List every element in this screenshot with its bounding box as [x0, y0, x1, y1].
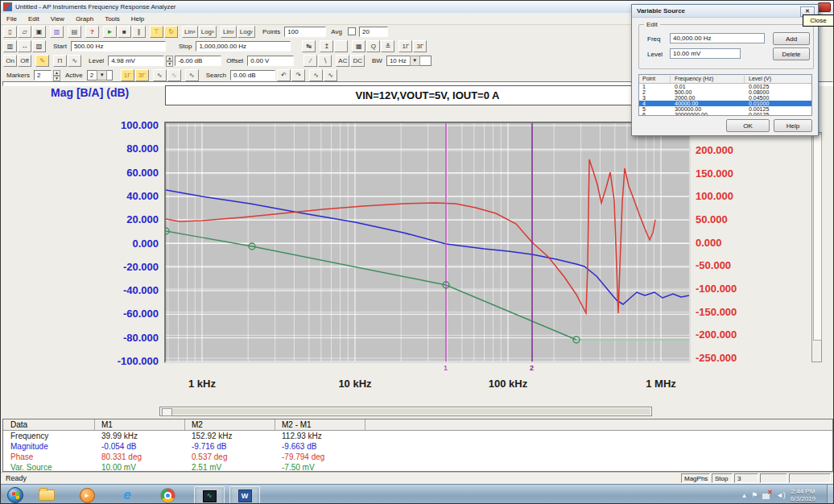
- left-tick-80.000: 80.000: [126, 143, 159, 155]
- data-grid-button[interactable]: ▦: [352, 40, 365, 52]
- taskbar-frequency-analyzer-button[interactable]: ∿: [194, 486, 225, 504]
- source-col-1: Frequency (Hz): [675, 76, 713, 81]
- x-axis-log-button[interactable]: Logx: [199, 26, 217, 38]
- marker-peak-button[interactable]: ∿: [185, 69, 199, 81]
- source-cell: 2000.00: [675, 95, 695, 101]
- taskbar-media-player-button[interactable]: ►: [78, 487, 96, 503]
- window-close-button[interactable]: [818, 2, 831, 12]
- taskbar-clock[interactable]: 2:44 PM6/3/2019: [791, 488, 815, 502]
- add-button[interactable]: Add: [773, 32, 810, 45]
- start-button[interactable]: [7, 487, 23, 503]
- save-button[interactable]: ▣: [32, 26, 46, 38]
- ramp-up-button[interactable]: ∕: [303, 55, 317, 67]
- search-right-button[interactable]: ↷: [291, 69, 305, 81]
- source-point-row-3[interactable]: 32000.000.04500: [639, 95, 811, 101]
- right-tick--100.000: -100.000: [696, 283, 737, 295]
- tray-hidden-icons-button[interactable]: ▴: [742, 491, 746, 499]
- hscroll-track[interactable]: [161, 408, 650, 415]
- search-field[interactable]: 0.00 dB: [230, 70, 275, 81]
- horizontal-scrollbar[interactable]: [159, 407, 652, 416]
- taskbar: ► e ∿ W ▴ ⚑ ✕ ◄) 2:44 PM6/3/2019: [1, 484, 833, 504]
- data-header-0: Data: [3, 419, 27, 430]
- taskbar-chrome-button[interactable]: [159, 487, 176, 503]
- word-icon: W: [238, 490, 252, 502]
- ramp-up-icon: ∕: [310, 57, 311, 64]
- right-tick-100.000: 100.000: [696, 190, 733, 202]
- ok-button[interactable]: OK: [726, 119, 770, 132]
- points-field[interactable]: 100: [284, 27, 326, 37]
- autoscale-button[interactable]: ≚: [381, 40, 394, 52]
- menu-edit[interactable]: Edit: [23, 15, 45, 23]
- dc-label: DC: [353, 57, 362, 64]
- left-tick-20.000: 20.000: [126, 213, 159, 225]
- new-button[interactable]: ▯: [3, 26, 17, 38]
- continuous-sweep-button[interactable]: ↻: [164, 26, 178, 38]
- variable-source-icon: ✎: [39, 57, 45, 64]
- display-mode-button[interactable]: ▥: [3, 40, 17, 52]
- source-point-row-6[interactable]: 630000000.000.00125: [639, 112, 811, 116]
- avg-checkbox[interactable]: [348, 27, 356, 35]
- menu-file[interactable]: File: [1, 15, 23, 23]
- ac-label: AC: [338, 57, 347, 64]
- vertical-scrollbar[interactable]: [811, 132, 822, 362]
- source-off-button[interactable]: Off: [18, 55, 31, 67]
- three-graph-button[interactable]: 3Γ: [413, 40, 427, 52]
- hscroll-thumb[interactable]: [162, 408, 172, 416]
- offset-field[interactable]: 0.00 V: [247, 56, 294, 66]
- source-point-row-4[interactable]: 440000.000.01000: [639, 101, 811, 106]
- level-db-field[interactable]: -6.00 dB: [175, 56, 221, 66]
- zoom-in-x-button[interactable]: [334, 40, 348, 52]
- help-button-dialog[interactable]: Help: [774, 119, 812, 132]
- marker-track-button[interactable]: ∿: [167, 69, 181, 81]
- spin-up-icon[interactable]: ▲: [166, 56, 173, 61]
- taskbar-word-button[interactable]: W: [229, 486, 260, 504]
- avg-field[interactable]: 20: [359, 27, 388, 37]
- left-tick--80.000: -80.000: [123, 332, 159, 344]
- search-min-button[interactable]: ∿: [309, 69, 323, 81]
- source-col-divider: [744, 76, 745, 83]
- one-graph-button[interactable]: 1Γ: [398, 40, 412, 52]
- zoom-out-x-button[interactable]: ↥: [320, 40, 333, 52]
- right-tick--250.000: -250.000: [696, 352, 737, 364]
- freq-field[interactable]: 40,000.00 Hz: [670, 33, 765, 43]
- dc-coupling-button[interactable]: DC: [350, 55, 365, 67]
- search-left-button[interactable]: ↶: [277, 69, 291, 81]
- variable-source-button[interactable]: ✎: [35, 55, 49, 67]
- taskbar-internet-explorer-button[interactable]: e: [118, 487, 136, 503]
- volume-icon[interactable]: ◄): [776, 491, 786, 499]
- ac-coupling-button[interactable]: AC: [336, 55, 349, 67]
- dialog-level-field[interactable]: 10.00 mV: [670, 48, 741, 59]
- pan-button[interactable]: ↔: [18, 40, 31, 52]
- y-axis-linear-button[interactable]: Liny: [221, 26, 237, 38]
- vscroll-thumb[interactable]: [813, 134, 822, 341]
- bw-dropdown[interactable]: 10 Hz▼: [386, 56, 431, 66]
- media-player-icon: ►: [80, 488, 95, 503]
- search-max-button[interactable]: ∿: [324, 69, 337, 81]
- source-point-row-5[interactable]: 5300000.000.00125: [639, 106, 811, 112]
- taskbar-explorer-button[interactable]: [38, 487, 56, 503]
- open-button[interactable]: ▱: [18, 26, 31, 38]
- dialog-titlebar[interactable]: Variable Source ✕: [632, 5, 818, 18]
- plot-area[interactable]: [164, 122, 691, 363]
- search-max-icon: ∿: [328, 72, 333, 79]
- x-axis-linear-button[interactable]: Linx: [182, 26, 198, 38]
- copy-graph-button[interactable]: ▧: [32, 40, 46, 52]
- source-point-row-2[interactable]: 2500.000.08000: [639, 89, 811, 95]
- data-value: 0.537 deg: [184, 452, 228, 462]
- network-icon[interactable]: ✕: [762, 491, 771, 499]
- stop-frequency-field[interactable]: 1,000,000.00 Hz: [196, 41, 291, 52]
- action-center-icon[interactable]: ⚑: [751, 491, 758, 499]
- delete-button[interactable]: Delete: [773, 48, 810, 60]
- ramp-down-button[interactable]: ∖: [318, 55, 332, 67]
- source-points-list[interactable]: PointFrequency (Hz)Level (V)10.010.00125…: [638, 74, 812, 116]
- full-span-button[interactable]: ↹: [302, 40, 316, 52]
- source-on-button[interactable]: On: [3, 55, 17, 67]
- zoom-button[interactable]: Q: [366, 40, 380, 52]
- level-stepper[interactable]: ▲▼: [166, 56, 173, 66]
- bw-dropdown-arrow-icon[interactable]: ▼: [410, 56, 420, 66]
- status-ready: Ready: [6, 474, 27, 482]
- spin-down-icon[interactable]: ▼: [166, 61, 173, 67]
- y-axis-log-button[interactable]: Logy: [237, 26, 255, 38]
- source-point-row-1[interactable]: 10.010.00125: [639, 84, 811, 89]
- show-desktop-button[interactable]: [827, 485, 833, 504]
